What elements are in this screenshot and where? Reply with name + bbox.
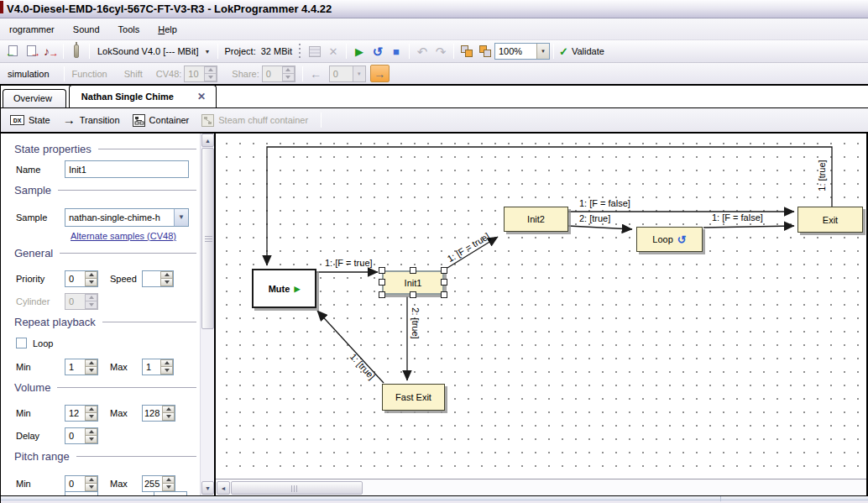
status-bar [0, 495, 868, 500]
menu-item-programmer[interactable]: rogrammer [0, 21, 64, 38]
selection-handle[interactable] [379, 267, 385, 274]
state-icon: DX [10, 115, 24, 125]
cancel-button-disabled: ✕ [324, 42, 342, 60]
node-fast-exit[interactable]: Fast Exit [382, 384, 445, 411]
main-area: State properties Name Sample Sample nath… [0, 132, 868, 495]
loop-playback-button[interactable]: ↺ [369, 42, 387, 60]
status-pane-divider [720, 496, 721, 501]
steam-chuff-container-icon [201, 114, 214, 127]
priority-label: Priority [16, 274, 65, 284]
alternate-samples-link[interactable]: Alternate samples (CV48) [71, 231, 176, 241]
edge-label[interactable]: 1: [F = true] [446, 231, 492, 264]
send-to-back-button[interactable] [476, 42, 494, 60]
diagram-toolbar: DX State → Transition Container Steam ch… [0, 108, 868, 132]
scrollbar-thumb[interactable] [201, 148, 214, 329]
edge-label[interactable]: 1: [F = true] [325, 258, 373, 268]
play-icon: ▶ [355, 46, 363, 57]
nav-back-button[interactable]: ← [306, 65, 326, 82]
edge-init2-to-loop[interactable] [568, 226, 632, 229]
nav-forward-button[interactable]: → [370, 65, 390, 82]
separator [64, 66, 65, 81]
volume-max-stepper[interactable]: 128 [142, 405, 175, 422]
connection-button[interactable] [67, 42, 86, 60]
repeat-max-stepper[interactable]: 1 [142, 359, 174, 375]
edge-label[interactable]: 1: [true] [348, 352, 377, 381]
validate-button[interactable]: ✓ Validate [557, 42, 606, 60]
send-to-back-icon [478, 45, 492, 58]
section-general: General [14, 247, 196, 259]
selection-handle[interactable] [441, 267, 447, 274]
loop-checkbox[interactable] [16, 338, 27, 348]
selection-handle[interactable] [441, 291, 447, 298]
edge-label[interactable]: 1: [F = false] [712, 212, 763, 223]
menu-item-tools[interactable]: Tools [109, 21, 149, 38]
play-button[interactable]: ▶ [350, 42, 369, 60]
container-icon [133, 114, 145, 127]
diagram-canvas[interactable]: 1: [true] 1: [F = true] 1: [F = true] 2:… [216, 134, 868, 495]
check-icon: ✓ [559, 46, 568, 57]
stop-button[interactable]: ■ [387, 42, 405, 60]
scroll-left-button[interactable]: ◄ [217, 481, 230, 495]
node-mute[interactable]: Mute ▶ [252, 269, 316, 308]
redo-button-disabled: ↷ [431, 42, 450, 60]
close-tab-icon[interactable]: ✕ [197, 91, 206, 102]
properties-icon [309, 46, 321, 57]
selection-handle[interactable] [441, 279, 447, 286]
scrollbar-thumb[interactable] [231, 481, 363, 495]
volume-min-label: Min [16, 408, 65, 418]
chevron-down-icon[interactable]: ▼ [174, 209, 188, 226]
panel-scrollbar[interactable]: ▲ ▼ [200, 134, 214, 495]
bring-to-front-button[interactable] [458, 42, 476, 60]
cv48-label: CV48: [154, 69, 185, 79]
node-loop[interactable]: Loop ↺ [636, 227, 703, 252]
write-decoder-button[interactable]: → [23, 42, 41, 60]
tab-nathan-single-chime[interactable]: Nathan Single Chime ✕ [69, 85, 217, 107]
selection-handle[interactable] [379, 279, 385, 286]
read-decoder-button[interactable]: ← [4, 42, 23, 60]
menu-item-sound[interactable]: Sound [64, 21, 109, 38]
repeat-min-stepper[interactable]: 1 [65, 359, 98, 375]
edge-label[interactable]: 2: [true] [410, 307, 421, 338]
node-exit[interactable]: Exit [797, 207, 863, 233]
toolbar-drag-handle[interactable] [298, 44, 302, 59]
priority-stepper[interactable]: 0 [65, 270, 98, 287]
add-steam-chuff-container-button-disabled: Steam chuff container [198, 113, 311, 128]
scroll-down-button[interactable]: ▼ [201, 481, 214, 495]
pitch-min-stepper[interactable]: 0 [65, 475, 98, 492]
pitch-max-stepper[interactable]: 255 [142, 475, 175, 492]
play-icon: ▶ [294, 285, 300, 293]
scroll-up-button[interactable]: ▲ [201, 134, 214, 147]
edge-label[interactable]: 1: [true] [817, 160, 827, 191]
selection-handle[interactable] [410, 291, 416, 298]
speed-stepper[interactable] [142, 270, 174, 287]
write-sound-button[interactable]: ♪→ [41, 42, 60, 60]
node-init2[interactable]: Init2 [504, 207, 568, 232]
selection-handle[interactable] [410, 267, 416, 274]
decoder-type-dropdown[interactable]: LokSound V4.0 [--- MBit] ▼ [93, 43, 214, 60]
stepper-up [282, 66, 295, 75]
state-properties-panel: State properties Name Sample Sample nath… [0, 134, 200, 495]
tab-bar: Overview Nathan Single Chime ✕ [0, 84, 868, 108]
chevron-down-icon: ▼ [204, 49, 210, 55]
name-field[interactable] [65, 160, 189, 178]
simulation-label: simulation [5, 69, 52, 79]
tab-overview[interactable]: Overview [3, 89, 66, 107]
section-state-properties: State properties [14, 143, 196, 155]
selection-handle[interactable] [379, 291, 385, 298]
separator [217, 44, 218, 59]
chevron-down-icon[interactable]: ▼ [536, 44, 549, 59]
menu-item-help[interactable]: Help [149, 21, 186, 38]
edge-label[interactable]: 1: [F = false] [579, 198, 630, 208]
zoom-select[interactable]: 100% ▼ [494, 43, 550, 60]
share-label: Share: [229, 69, 261, 79]
add-transition-button[interactable]: → Transition [60, 113, 123, 127]
sample-select[interactable]: nathan-single-chime-h ▼ [65, 208, 189, 227]
edge-label[interactable]: 2: [true] [579, 213, 610, 223]
canvas-horizontal-scrollbar[interactable]: ◄ [216, 479, 866, 495]
volume-min-stepper[interactable]: 12 [65, 405, 98, 422]
add-state-button[interactable]: DX State [7, 113, 54, 127]
edge-loop-to-exit[interactable] [703, 226, 794, 228]
separator [346, 44, 347, 59]
delay-stepper[interactable]: 0 [65, 427, 98, 444]
add-container-button[interactable]: Container [129, 113, 193, 128]
